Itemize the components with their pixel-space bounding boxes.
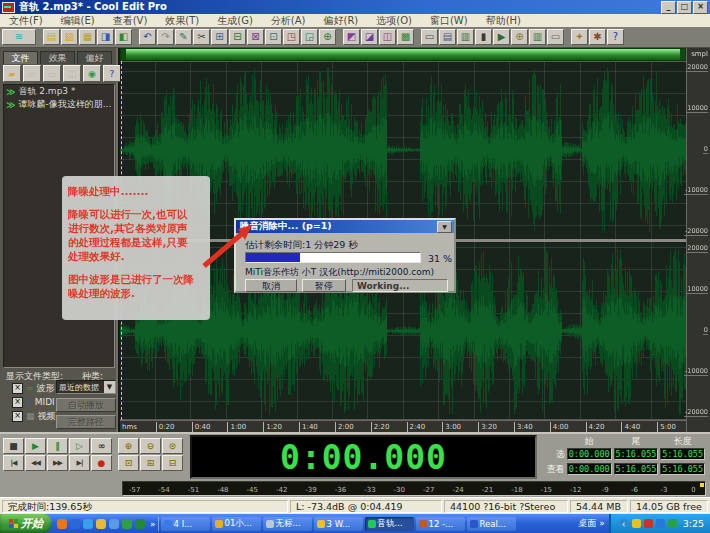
quicklaunch-icon-7[interactable] xyxy=(135,519,145,529)
maximize-button[interactable]: □ xyxy=(677,1,692,14)
cancel-button[interactable]: 取消 xyxy=(245,279,297,292)
auto-play-button[interactable]: 自动播放 xyxy=(56,398,116,412)
wave-overview-bar[interactable] xyxy=(120,48,686,61)
play-from-cursor-button[interactable]: ▷ xyxy=(69,438,90,454)
transport-window-button[interactable]: ▶ xyxy=(493,29,510,45)
normalize-button[interactable]: ◫ xyxy=(379,29,396,45)
save-as-button[interactable]: ▭ xyxy=(43,65,61,82)
redo-button[interactable]: ↷ xyxy=(157,29,174,45)
rewind-button[interactable]: ◀◀ xyxy=(25,455,46,471)
new-file-button[interactable]: ▤ xyxy=(43,29,60,45)
menu-item-7[interactable]: 选项(O) xyxy=(367,14,421,28)
tray-collapse-chevron[interactable]: ‹ xyxy=(619,519,629,529)
sort-dropdown[interactable]: 最近的数据 ▼ xyxy=(56,380,116,394)
organizer-window-button[interactable]: ▥ xyxy=(457,29,474,45)
chevron-down-icon[interactable]: ▼ xyxy=(104,381,115,393)
quicklaunch-icon-6[interactable] xyxy=(122,519,132,529)
zoom-right-edge-button[interactable]: ⊟ xyxy=(162,455,183,471)
undo-button[interactable]: ↶ xyxy=(139,29,156,45)
quicklaunch-icon-2[interactable] xyxy=(70,519,80,529)
zoom-out-button[interactable]: ⊖ xyxy=(140,438,161,454)
tab-favorites[interactable]: 偏好 xyxy=(77,51,112,64)
quicklaunch-icon-3[interactable] xyxy=(83,519,93,529)
menu-item-9[interactable]: 帮助(H) xyxy=(477,14,530,28)
trim-button[interactable]: ◲ xyxy=(301,29,318,45)
pause-button[interactable]: 暂停 xyxy=(302,279,346,292)
time-window-button[interactable]: ▮ xyxy=(475,29,492,45)
play-button[interactable]: ▶ xyxy=(25,438,46,454)
dialog-title-bar[interactable]: 噪音消除中... (p=1) ▼ xyxy=(236,220,454,233)
tab-files[interactable]: 文件 xyxy=(3,51,38,64)
go-to-end-button[interactable]: ▶| xyxy=(69,455,90,471)
menu-item-8[interactable]: 窗口(W) xyxy=(421,14,477,28)
menu-item-4[interactable]: 生成(G) xyxy=(208,14,262,28)
task-button[interactable]: 12 -... xyxy=(416,517,465,531)
menu-item-1[interactable]: 编辑(E) xyxy=(52,14,104,28)
device-properties-button[interactable]: ✱ xyxy=(589,29,606,45)
playlist-window-button[interactable]: ▤ xyxy=(439,29,456,45)
copy-to-new-button[interactable]: ⊡ xyxy=(265,29,282,45)
media-options-button[interactable]: ◉ xyxy=(83,65,101,82)
checkbox-MIDI[interactable]: × xyxy=(12,397,23,408)
stop-button[interactable]: ■ xyxy=(3,438,24,454)
file-list-item[interactable]: ≫谭咏麟-像我这样的朋... xyxy=(4,98,114,111)
file-save-copy-button[interactable]: ◧ xyxy=(115,29,132,45)
reverse-wave-button[interactable]: ◪ xyxy=(361,29,378,45)
task-button[interactable]: 音轨... xyxy=(365,517,414,531)
cue-list-window-button[interactable]: ▭ xyxy=(421,29,438,45)
tab-effects[interactable]: 效果 xyxy=(40,51,75,64)
close-file-button[interactable]: ▱ xyxy=(23,65,41,82)
zoom-full-button[interactable]: ⊙ xyxy=(162,438,183,454)
scripts-button[interactable]: ✦ xyxy=(571,29,588,45)
amplitude-ruler[interactable]: smpl 20000100000-10000-2000020000100000-… xyxy=(686,48,710,432)
close-button[interactable]: × xyxy=(693,1,708,14)
play-looped-button[interactable]: ∞ xyxy=(91,438,112,454)
quicklaunch-icon-4[interactable] xyxy=(96,519,106,529)
quicklaunch-icon-5[interactable] xyxy=(109,519,119,529)
file-list-item[interactable]: ≫音轨 2.mp3 * xyxy=(4,85,114,98)
help-button[interactable]: ? xyxy=(607,29,624,45)
quicklaunch-icon-1[interactable] xyxy=(57,519,67,529)
zoom-to-selection-button[interactable]: ⊕ xyxy=(319,29,336,45)
save-file-button[interactable]: ▦ xyxy=(79,29,96,45)
go-to-start-button[interactable]: |◀ xyxy=(3,455,24,471)
cut-button[interactable]: ✂ xyxy=(193,29,210,45)
paste-button[interactable]: ⊟ xyxy=(229,29,246,45)
organizer-help-button[interactable]: ? xyxy=(103,65,121,82)
desktop-toolbar[interactable]: 桌面 » xyxy=(574,517,608,530)
levels-window-button[interactable]: ▥ xyxy=(529,29,546,45)
minimize-button[interactable]: _ xyxy=(661,1,676,14)
menu-item-2[interactable]: 查看(V) xyxy=(104,14,157,28)
task-button[interactable]: Real... xyxy=(467,517,516,531)
file-open-append-button[interactable]: ◨ xyxy=(97,29,114,45)
desktop-toolbar-chevron[interactable]: » xyxy=(599,518,605,528)
amplify-button[interactable]: ▩ xyxy=(397,29,414,45)
zoom-left-edge-button[interactable]: ⊞ xyxy=(140,455,161,471)
invert-wave-button[interactable]: ◩ xyxy=(343,29,360,45)
waveform-multitrack-toggle-button[interactable]: ≋ xyxy=(2,29,36,45)
mix-paste-button[interactable]: ⊠ xyxy=(247,29,264,45)
task-button[interactable]: 4 I... xyxy=(161,517,210,531)
open-file-button[interactable]: ▧ xyxy=(61,29,78,45)
task-button[interactable]: 01小... xyxy=(212,517,261,531)
start-button[interactable]: 开始 xyxy=(0,514,52,533)
dialog-rollup-button[interactable]: ▼ xyxy=(437,221,452,233)
full-path-button[interactable]: 完整路径 xyxy=(56,415,116,429)
record-button[interactable]: ● xyxy=(91,455,112,471)
task-button[interactable]: 3 W... xyxy=(314,517,363,531)
menu-item-3[interactable]: 效果(T) xyxy=(156,14,208,28)
zoom-selection-button[interactable]: ⊡ xyxy=(118,455,139,471)
menu-item-0[interactable]: 文件(F) xyxy=(0,14,52,28)
repeat-last-command-button[interactable]: ✎ xyxy=(175,29,192,45)
delete-selection-button[interactable]: ◳ xyxy=(283,29,300,45)
fast-forward-button[interactable]: ▶▶ xyxy=(47,455,68,471)
quick-launch-overflow-chevron[interactable]: » xyxy=(150,519,156,529)
open-folder-button[interactable]: ▰ xyxy=(3,65,21,82)
menu-item-5[interactable]: 分析(A) xyxy=(262,14,315,28)
zoom-window-button[interactable]: ⊕ xyxy=(511,29,528,45)
menu-item-6[interactable]: 偏好(R) xyxy=(314,14,367,28)
checkbox-视频[interactable]: × xyxy=(12,411,23,422)
task-button[interactable]: 无标... xyxy=(263,517,312,531)
insert-into-multitrack-button[interactable]: ◫ xyxy=(63,65,81,82)
time-ruler[interactable]: hms 0:200:401:001:201:402:002:202:403:00… xyxy=(120,420,686,432)
